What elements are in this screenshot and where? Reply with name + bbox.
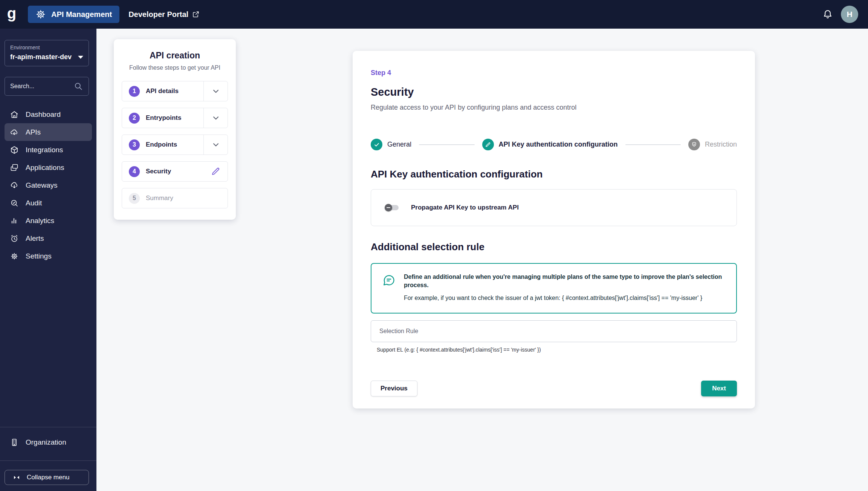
sidebar-item-analytics[interactable]: Analytics	[5, 212, 92, 229]
collapse-arrows-icon	[12, 473, 21, 482]
sidebar: Environment fr-apim-master-dev Dashboard	[0, 29, 96, 491]
chevron-down-icon	[211, 113, 221, 123]
bar-chart-icon	[10, 216, 19, 225]
substep-restriction[interactable]: Restriction	[688, 139, 737, 150]
sidebar-item-integrations[interactable]: Integrations	[5, 141, 92, 159]
selection-rule-heading: Additional selection rule	[371, 241, 737, 253]
substep-connector	[419, 144, 474, 145]
expand-step-button[interactable]	[203, 135, 228, 154]
selection-rule-input[interactable]	[371, 320, 737, 342]
sidebar-item-organization[interactable]: Organization	[5, 433, 92, 451]
external-link-icon	[192, 11, 200, 18]
substep-general[interactable]: General	[371, 139, 411, 150]
search-check-icon	[10, 199, 19, 208]
bell-icon	[822, 9, 833, 20]
security-substepper: General API Key authentication configura…	[371, 139, 737, 150]
propagate-api-key-card: Propagate API Key to upstream API	[371, 189, 737, 226]
shield-circle	[688, 139, 700, 150]
edit-pencil-icon	[211, 167, 220, 176]
sidebar-item-settings[interactable]: Settings	[5, 247, 92, 265]
creation-steps-list: 1 API details 2 Entrypoints 3 Endpoints	[122, 81, 228, 208]
step-number-badge: 1	[129, 86, 140, 97]
chevron-down-icon	[78, 56, 83, 59]
developer-portal-label: Developer Portal	[128, 10, 188, 19]
notifications-button[interactable]	[822, 9, 833, 20]
expand-step-button[interactable]	[203, 108, 228, 128]
sidebar-item-applications[interactable]: Applications	[5, 159, 92, 176]
developer-portal-link[interactable]: Developer Portal	[128, 10, 200, 19]
environment-value: fr-apim-master-dev	[10, 53, 72, 61]
building-icon	[10, 438, 19, 447]
api-creation-card: API creation Follow these steps to get y…	[114, 39, 236, 220]
propagate-toggle-label: Propagate API Key to upstream API	[411, 204, 519, 211]
shield-icon	[691, 141, 697, 148]
substep-api-key-configuration[interactable]: API Key authentication configuration	[482, 139, 618, 150]
sidebar-item-gateways[interactable]: Gateways	[5, 176, 92, 194]
home-icon	[10, 110, 19, 119]
creation-step-endpoints[interactable]: 3 Endpoints	[122, 135, 228, 155]
api-management-button[interactable]: API Management	[28, 6, 119, 23]
propagate-api-key-toggle[interactable]	[385, 204, 400, 211]
environment-selector[interactable]: Environment fr-apim-master-dev	[5, 40, 89, 66]
creation-step-security[interactable]: 4 Security	[122, 161, 228, 182]
api-creation-subtitle: Follow these steps to get your API	[122, 64, 228, 71]
selection-rule-hint: Support EL (e.g: { #context.attributes['…	[377, 347, 737, 353]
search-icon	[73, 81, 83, 91]
search-input[interactable]	[10, 83, 70, 90]
cube-icon	[10, 145, 19, 154]
creation-step-summary: 5 Summary	[122, 188, 228, 208]
sidebar-divider	[0, 460, 96, 461]
expand-step-button[interactable]	[203, 81, 228, 101]
creation-step-api-details[interactable]: 1 API details	[122, 81, 228, 101]
sidebar-divider	[0, 427, 96, 427]
previous-button[interactable]: Previous	[371, 381, 417, 396]
edit-step-button[interactable]	[203, 162, 228, 181]
search-box	[5, 77, 89, 96]
api-key-config-heading: API Key authentication configuration	[371, 168, 737, 180]
check-circle	[371, 139, 382, 150]
callout-text: Define an additional rule when you're ma…	[404, 273, 726, 304]
top-bar: g API Management Developer Portal H	[0, 0, 868, 29]
step-number-badge: 2	[129, 113, 140, 124]
step-number-badge: 3	[129, 139, 140, 150]
cloud-download-icon	[10, 181, 19, 190]
step-number-badge: 4	[129, 166, 140, 177]
gravitee-logo[interactable]: g	[0, 6, 23, 23]
collapse-menu-button[interactable]: Collapse menu	[5, 470, 89, 485]
chat-bubble-icon	[382, 274, 396, 287]
callout-line-2: For example, if you want to check the is…	[404, 293, 726, 304]
wizard-footer: Previous Next	[371, 381, 737, 396]
check-icon	[373, 141, 380, 148]
user-avatar[interactable]: H	[841, 6, 858, 23]
step-label: Step 4	[371, 69, 737, 77]
sidebar-item-alerts[interactable]: Alerts	[5, 229, 92, 247]
callout-line-1: Define an additional rule when you're ma…	[404, 273, 726, 290]
api-management-label: API Management	[51, 10, 112, 19]
sidebar-nav: Dashboard APIs Integrations	[5, 106, 92, 265]
chevron-down-icon	[211, 140, 221, 150]
avatar-initial: H	[847, 10, 852, 19]
environment-label: Environment	[10, 44, 83, 50]
windows-icon	[10, 163, 19, 172]
logo-letter: g	[7, 6, 16, 21]
api-creation-title: API creation	[122, 50, 228, 61]
toggle-thumb-off-icon	[385, 204, 392, 211]
security-step-card: Step 4 Security Regulate access to your …	[353, 51, 755, 408]
step-number-badge: 5	[129, 193, 140, 204]
sidebar-item-apis[interactable]: APIs	[5, 123, 92, 141]
cloud-gear-icon	[10, 128, 19, 137]
creation-step-entrypoints[interactable]: 2 Entrypoints	[122, 108, 228, 128]
edit-pencil-icon	[485, 142, 491, 148]
selection-rule-callout: Define an additional rule when you're ma…	[371, 263, 737, 314]
api-management-gear-icon	[35, 9, 46, 20]
edit-circle	[482, 139, 494, 150]
next-button[interactable]: Next	[701, 381, 737, 396]
chevron-down-icon	[211, 86, 221, 96]
gear-icon	[10, 252, 19, 261]
substep-connector	[625, 144, 681, 145]
page-subtitle: Regulate access to your API by configuri…	[371, 104, 737, 112]
alarm-clock-icon	[10, 234, 19, 243]
sidebar-item-audit[interactable]: Audit	[5, 194, 92, 212]
page-title: Security	[371, 86, 737, 98]
sidebar-item-dashboard[interactable]: Dashboard	[5, 106, 92, 123]
